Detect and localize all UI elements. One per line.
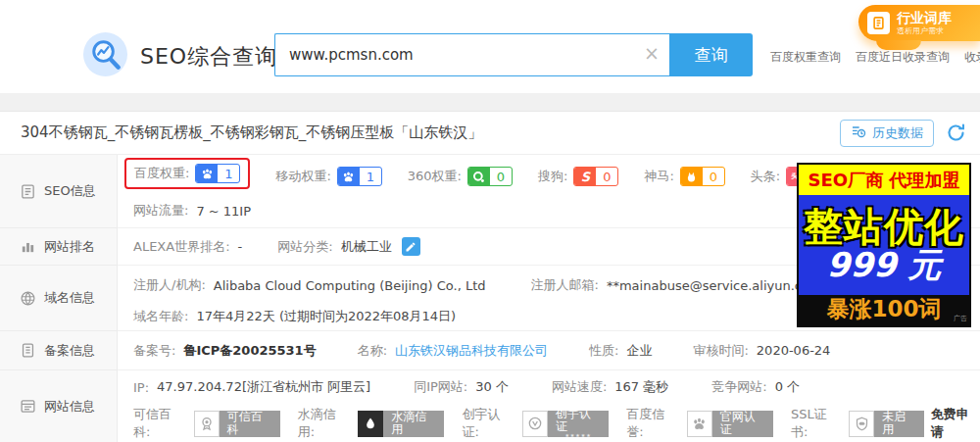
ribbon-title: 行业词库 [897, 10, 952, 25]
seo-query-app: SEO综合查询 × 查询 百度权重查询 百度近日收录查询 收录查询 行业词库 透… [0, 0, 980, 442]
file-lines-icon [20, 342, 36, 359]
app-title: SEO综合查询 [140, 42, 277, 72]
shenma-icon [681, 168, 703, 185]
icp-company-link[interactable]: 山东铁汉钢品科技有限公司 [395, 342, 548, 360]
mobile-weight-item: 移动权重: 1 [275, 167, 381, 186]
free-apply-link[interactable]: 免费申请 [931, 406, 980, 441]
search-bar: × 查询 [274, 33, 753, 76]
baidu-reputation-badge[interactable]: 官网认证 [687, 411, 773, 437]
clear-icon[interactable]: × [644, 42, 660, 64]
ad-banner-text: SEO厂商 代理加盟 [799, 165, 969, 195]
list-icon [20, 398, 36, 415]
shenma-weight-badge[interactable]: 0 [680, 167, 725, 186]
sidebar-item-icp-info[interactable]: 备案信息 [0, 331, 117, 370]
sidebar: SEO信息 网站排名 域名信息 备案信息 网站信息 [0, 155, 118, 442]
water-drop-credit-badge[interactable]: 水滴信用 [358, 411, 444, 437]
ad-footer-text: 暴涨100词 [826, 296, 941, 321]
sogou-s-icon: S [574, 168, 596, 185]
sogou-weight-item: 搜狗: S 0 [538, 167, 618, 186]
result-panel: 304不锈钢瓦_不锈钢瓦楞板_不锈钢彩钢瓦_不锈钢压型板「山东铁汉」 历史数据 [0, 111, 980, 442]
360-weight-item: 360权重: 0 [408, 167, 513, 186]
sidebar-item-seo-info[interactable]: SEO信息 [0, 155, 117, 228]
history-clock-icon [851, 123, 866, 142]
document-icon [867, 12, 890, 34]
icp-info-group: 备案号: 鲁ICP备20025531号 名称: 山东铁汉钢品科技有限公司 性质:… [118, 331, 980, 370]
header: SEO综合查询 × 查询 百度权重查询 百度近日收录查询 收录查询 行业词库 透… [0, 0, 980, 93]
title-bar: 304不锈钢瓦_不锈钢瓦楞板_不锈钢彩钢瓦_不锈钢压型板「山东铁汉」 历史数据 [0, 112, 980, 155]
industry-lexicon-ribbon[interactable]: 行业词库 透析用户需求 [858, 5, 980, 41]
mobile-weight-badge[interactable]: 1 [337, 167, 382, 186]
seo-logo-icon [82, 31, 128, 81]
baidu-weight-badge[interactable]: 1 [195, 164, 240, 183]
ad-price: 999 元 [827, 247, 942, 283]
doc-icon [20, 183, 36, 200]
site-category-value: 机械工业 [341, 238, 392, 256]
logo: SEO综合查询 [82, 31, 277, 81]
sogou-weight-badge[interactable]: S 0 [573, 167, 618, 186]
ad-headline: 整站优化 [804, 206, 964, 247]
sidebar-item-site-rank[interactable]: 网站排名 [0, 228, 117, 266]
same-ip-count: 30 个 [475, 378, 509, 396]
360-weight-badge[interactable]: 0 [467, 167, 513, 186]
nav-baidu-weight[interactable]: 百度权重查询 [770, 49, 841, 66]
main-content: 百度权重: 1 移动权重: 1 [118, 155, 980, 442]
sidebar-item-domain-info[interactable]: 域名信息 [0, 266, 117, 331]
shenma-weight-item: 神马: 0 [644, 167, 724, 186]
edit-category-icon[interactable] [402, 237, 420, 256]
trust-badges-row: 可信百科: 可信百科 水滴信用: 水滴信用 [133, 406, 980, 441]
baidu-paw-icon [338, 168, 360, 185]
site-speed-value: 167 毫秒 [614, 378, 668, 396]
medal-icon [194, 411, 220, 437]
baidu-weight-item-highlighted: 百度权重: 1 [124, 158, 250, 189]
icp-audit-date: 2020-06-24 [757, 343, 831, 358]
page-gap [0, 93, 980, 111]
alexa-rank-value: - [238, 239, 243, 254]
site-info-group: IP: 47.97.204.72[浙江省杭州市 阿里云] 同IP网站: 30 个… [118, 370, 980, 442]
baidu-paw-gray-icon [687, 411, 712, 437]
chuangyu-cert-badge[interactable]: 创宇认证★★★★★ [522, 411, 609, 437]
site-title: 304不锈钢瓦_不锈钢瓦楞板_不锈钢彩钢瓦_不锈钢压型板「山东铁汉」 [21, 123, 482, 142]
360-ring-icon [468, 168, 490, 185]
ssl-shield-icon [849, 411, 874, 437]
registrant-email-value: **mainabuse@service.aliyun.com [607, 278, 822, 293]
seo-vendor-ad[interactable]: SEO厂商 代理加盟 整站优化 999 元 暴涨100词 广告 [797, 163, 971, 327]
competitor-count: 0 个 [775, 378, 800, 396]
sidebar-item-site-info[interactable]: 网站信息 [0, 370, 117, 442]
water-drop-icon [358, 411, 383, 437]
content-area: SEO信息 网站排名 域名信息 备案信息 网站信息 [0, 155, 980, 442]
nav-index-query[interactable]: 收录查询 [964, 49, 980, 66]
domain-age-value: 17年4月22天 (过期时间为2022年08月14日) [196, 308, 456, 325]
traffic-value: 7 ~ 11IP [196, 204, 251, 219]
query-button[interactable]: 查询 [669, 33, 753, 76]
refresh-icon[interactable] [946, 123, 966, 143]
icp-number-value: 鲁ICP备20025531号 [183, 342, 316, 360]
bar-chart-icon [20, 238, 36, 255]
trusted-baike-badge[interactable]: 可信百科 [194, 411, 280, 437]
nav-baidu-recent[interactable]: 百度近日收录查询 [856, 49, 950, 66]
globe-www-icon [20, 290, 36, 307]
search-input[interactable] [274, 33, 669, 76]
baidu-paw-icon [196, 165, 218, 182]
ad-label: 广告 [954, 314, 967, 323]
header-nav: 百度权重查询 百度近日收录查询 收录查询 [770, 49, 980, 66]
registrant-value: Alibaba Cloud Computing (Beijing) Co., L… [214, 278, 486, 293]
ribbon-subtitle: 透析用户需求 [897, 25, 952, 36]
icp-nature-value: 企业 [626, 342, 652, 360]
ssl-cert-badge[interactable]: 未启用 [849, 411, 923, 437]
v-seal-icon [522, 411, 548, 437]
ip-value: 47.97.204.72[浙江省杭州市 阿里云] [157, 378, 370, 396]
history-data-button[interactable]: 历史数据 [840, 120, 934, 147]
